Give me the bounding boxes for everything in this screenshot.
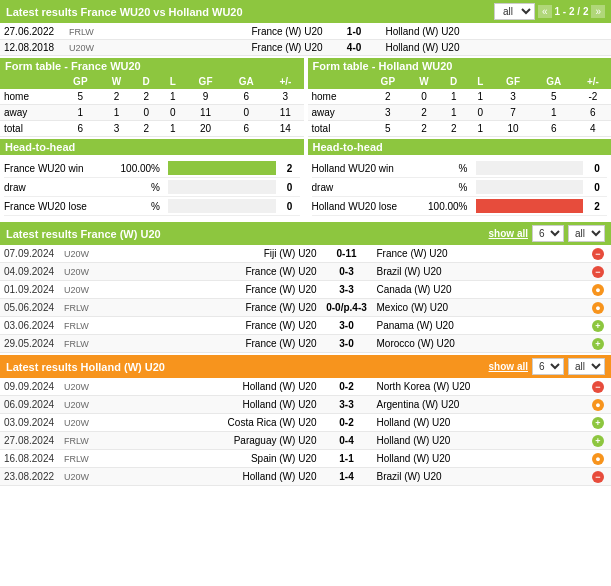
row-date: 04.09.2024 — [4, 266, 64, 277]
france-count-dropdown[interactable]: 6 — [532, 225, 564, 242]
row-date: 01.09.2024 — [4, 284, 64, 295]
row-home: France (W) U20 — [104, 302, 317, 313]
row-comp: FRLW — [64, 303, 104, 313]
h2h-pct: % — [422, 163, 472, 174]
row-icon[interactable]: + — [589, 337, 607, 350]
form-france-table: GPWDLGFGA+/-home5221963away110011011tota… — [0, 74, 304, 137]
result-date: 27.06.2022 — [0, 24, 65, 40]
row-date: 27.08.2024 — [4, 435, 64, 446]
row-icon[interactable]: ● — [589, 452, 607, 465]
result-icon[interactable]: ● — [592, 399, 604, 411]
row-icon[interactable]: + — [589, 416, 607, 429]
holland-filter-dropdown[interactable]: all — [568, 358, 605, 375]
result-icon[interactable]: ● — [592, 302, 604, 314]
result-icon[interactable]: + — [592, 338, 604, 350]
filter-dropdown[interactable]: all — [494, 3, 535, 20]
row-date: 09.09.2024 — [4, 381, 64, 392]
table-row: total632120614 — [0, 121, 304, 137]
row-score: 1-1 — [317, 453, 377, 464]
h2h-row: Holland WU20 lose 100.00% 2 — [312, 197, 608, 216]
latest-france-header: Latest results France (W) U20 show all 6… — [0, 222, 611, 245]
h2h-row: France WU20 win 100.00% 2 — [4, 159, 300, 178]
row-score: 3-0 — [317, 320, 377, 331]
list-item: 29.05.2024 FRLW France (W) U20 3-0 Moroc… — [0, 335, 611, 353]
h2h-bar-container — [476, 180, 584, 194]
result-icon[interactable]: − — [592, 381, 604, 393]
list-item: 23.08.2022 U20W Holland (W) U20 1-4 Braz… — [0, 468, 611, 486]
france-filter-dropdown[interactable]: all — [568, 225, 605, 242]
show-all-france[interactable]: show all — [489, 228, 528, 239]
result-comp: U20W — [65, 40, 105, 56]
row-home: Holland (W) U20 — [104, 471, 317, 482]
row-comp: U20W — [64, 400, 104, 410]
prev-button[interactable]: « — [538, 5, 552, 18]
row-icon[interactable]: − — [589, 247, 607, 260]
h2h-row: draw % 0 — [312, 178, 608, 197]
row-icon[interactable]: − — [589, 470, 607, 483]
h2h-pct: 100.00% — [422, 201, 472, 212]
list-item: 07.09.2024 U20W Fiji (W) U20 0-11 France… — [0, 245, 611, 263]
row-icon[interactable]: + — [589, 434, 607, 447]
h2h-label: France WU20 win — [4, 163, 114, 174]
h2h-bar-container — [168, 199, 276, 213]
list-item: 03.06.2024 FRLW France (W) U20 3-0 Panam… — [0, 317, 611, 335]
row-score: 3-3 — [317, 284, 377, 295]
row-score: 0-2 — [317, 381, 377, 392]
h2h-bar-container — [476, 199, 584, 213]
h2h-pct: % — [114, 201, 164, 212]
h2h-row: draw % 0 — [4, 178, 300, 197]
row-comp: FRLW — [64, 339, 104, 349]
result-icon[interactable]: + — [592, 435, 604, 447]
table-row: 27.06.2022 FRLW France (W) U20 1-0 Holla… — [0, 24, 611, 40]
row-comp: U20W — [64, 382, 104, 392]
latest-holland-rows: 09.09.2024 U20W Holland (W) U20 0-2 Nort… — [0, 378, 611, 486]
h2h-count: 0 — [587, 182, 607, 193]
row-date: 05.06.2024 — [4, 302, 64, 313]
list-item: 04.09.2024 U20W France (W) U20 0-3 Brazi… — [0, 263, 611, 281]
form-holland-header: Form table - Holland WU20 — [308, 58, 612, 74]
row-date: 16.08.2024 — [4, 453, 64, 464]
row-date: 29.05.2024 — [4, 338, 64, 349]
form-holland-table: GPWDLGFGA+/-home201135-2away3210716total… — [308, 74, 612, 137]
result-home: France (W) U20 — [105, 24, 327, 40]
table-row: away3210716 — [308, 105, 612, 121]
row-away: Holland (W) U20 — [377, 435, 590, 446]
h2h-label: draw — [4, 182, 114, 193]
result-icon[interactable]: − — [592, 266, 604, 278]
result-icon[interactable]: + — [592, 417, 604, 429]
h2h-holland-section: Head-to-head Holland WU20 win % 0 draw %… — [308, 139, 612, 220]
row-away: Canada (W) U20 — [377, 284, 590, 295]
row-comp: U20W — [64, 249, 104, 259]
result-icon[interactable]: ● — [592, 284, 604, 296]
row-icon[interactable]: − — [589, 380, 607, 393]
h2h-bar-container — [168, 161, 276, 175]
table-row: home5221963 — [0, 89, 304, 105]
h2h-france-header: Head-to-head — [0, 139, 304, 155]
row-icon[interactable]: ● — [589, 301, 607, 314]
row-icon[interactable]: + — [589, 319, 607, 332]
list-item: 09.09.2024 U20W Holland (W) U20 0-2 Nort… — [0, 378, 611, 396]
row-icon[interactable]: ● — [589, 398, 607, 411]
result-icon[interactable]: ● — [592, 453, 604, 465]
result-icon[interactable]: − — [592, 471, 604, 483]
h2h-count: 0 — [280, 182, 300, 193]
row-home: France (W) U20 — [104, 320, 317, 331]
h2h-label: Holland WU20 win — [312, 163, 422, 174]
holland-count-dropdown[interactable]: 6 — [532, 358, 564, 375]
result-score: 4-0 — [327, 40, 382, 56]
latest-holland-title: Latest results Holland (W) U20 — [6, 361, 165, 373]
row-home: Spain (W) U20 — [104, 453, 317, 464]
row-icon[interactable]: ● — [589, 283, 607, 296]
row-score: 0-4 — [317, 435, 377, 446]
row-away: Holland (W) U20 — [377, 453, 590, 464]
h2h-bar-container — [476, 161, 584, 175]
show-all-holland[interactable]: show all — [489, 361, 528, 372]
h2h-count: 0 — [587, 163, 607, 174]
h2h-label: Holland WU20 lose — [312, 201, 422, 212]
h2h-pct: 100.00% — [114, 163, 164, 174]
result-comp: FRLW — [65, 24, 105, 40]
result-icon[interactable]: − — [592, 248, 604, 260]
result-icon[interactable]: + — [592, 320, 604, 332]
row-icon[interactable]: − — [589, 265, 607, 278]
next-button[interactable]: » — [591, 5, 605, 18]
